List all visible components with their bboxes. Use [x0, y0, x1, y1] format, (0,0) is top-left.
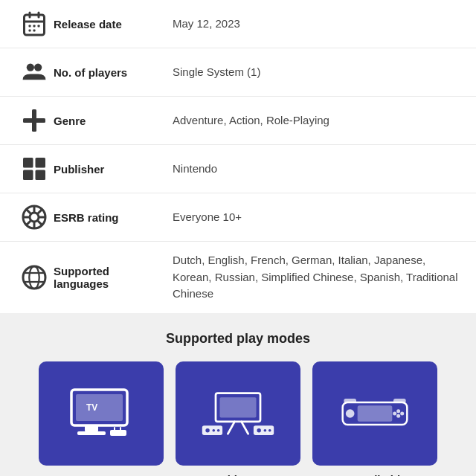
handheld-mode-label: Handheld — [350, 473, 400, 477]
languages-row: Supported languages Dutch, English, Fren… — [0, 242, 476, 313]
globe-icon — [15, 264, 54, 291]
svg-point-46 — [217, 428, 220, 431]
handheld-mode-card — [312, 361, 437, 466]
svg-rect-8 — [33, 30, 36, 32]
svg-rect-52 — [358, 405, 393, 422]
svg-point-48 — [257, 428, 260, 432]
svg-rect-58 — [344, 399, 356, 403]
svg-point-27 — [23, 266, 45, 289]
svg-point-54 — [396, 409, 400, 413]
publisher-label: Publisher — [54, 163, 173, 176]
publisher-value: Nintendo — [173, 161, 461, 178]
svg-line-23 — [26, 209, 30, 213]
svg-text:TV: TV — [86, 402, 97, 413]
svg-point-9 — [27, 63, 34, 71]
publisher-row: Publisher Nintendo — [0, 145, 476, 193]
svg-rect-36 — [114, 427, 115, 431]
svg-rect-16 — [36, 170, 46, 181]
svg-rect-6 — [38, 25, 40, 28]
tv-mode-card: TV — [39, 361, 164, 466]
svg-rect-7 — [29, 30, 31, 32]
genre-icon — [15, 107, 54, 134]
release-date-value: May 12, 2023 — [173, 16, 461, 33]
svg-rect-37 — [120, 427, 121, 431]
svg-point-45 — [212, 428, 215, 431]
players-icon — [15, 59, 54, 86]
release-date-label: Release date — [54, 18, 173, 30]
esrb-row: ESRB rating Everyone 10+ — [0, 193, 476, 242]
languages-label: Supported languages — [54, 265, 173, 290]
tv-mode-label: TV — [94, 473, 108, 477]
svg-rect-40 — [219, 397, 256, 417]
play-modes-section: Supported play modes TV — [0, 313, 476, 477]
svg-rect-15 — [23, 170, 33, 181]
svg-rect-4 — [29, 25, 31, 28]
publisher-icon — [15, 155, 54, 182]
svg-rect-5 — [33, 25, 36, 28]
genre-value: Adventure, Action, Role-Playing — [173, 112, 461, 129]
svg-rect-32 — [76, 394, 123, 421]
calendar-icon — [15, 10, 54, 37]
info-table: Release date May 12, 2023 No. of players… — [0, 0, 476, 313]
svg-point-44 — [205, 428, 209, 432]
svg-rect-34 — [77, 431, 106, 435]
esrb-value: Everyone 10+ — [173, 209, 461, 226]
svg-point-53 — [346, 409, 355, 418]
svg-rect-35 — [110, 430, 126, 436]
num-players-value: Single System (1) — [173, 64, 461, 81]
handheld-mode-item: Handheld — [312, 361, 437, 477]
tabletop-mode-card — [176, 361, 300, 466]
num-players-row: No. of players Single System (1) — [0, 48, 476, 97]
esrb-label: ESRB rating — [54, 211, 173, 224]
svg-line-42 — [242, 421, 248, 433]
svg-point-50 — [268, 428, 271, 431]
release-date-row: Release date May 12, 2023 — [0, 0, 476, 48]
svg-point-56 — [396, 414, 400, 417]
svg-point-28 — [29, 266, 39, 289]
languages-value: Dutch, English, French, German, Italian,… — [173, 252, 461, 303]
svg-line-24 — [37, 220, 42, 225]
svg-line-26 — [26, 220, 30, 225]
svg-point-49 — [264, 428, 267, 431]
svg-rect-59 — [393, 399, 406, 403]
svg-rect-12 — [23, 118, 45, 123]
esrb-icon — [15, 204, 54, 231]
tv-mode-item: TV TV — [39, 361, 164, 477]
svg-point-10 — [34, 63, 42, 71]
num-players-label: No. of players — [54, 66, 173, 79]
genre-label: Genre — [54, 115, 173, 127]
genre-row: Genre Adventure, Action, Role-Playing — [0, 97, 476, 145]
play-modes-grid: TV TV — [15, 361, 461, 477]
play-modes-title: Supported play modes — [15, 331, 461, 347]
svg-line-41 — [228, 421, 234, 433]
svg-point-55 — [400, 411, 404, 415]
svg-rect-33 — [85, 425, 98, 431]
svg-rect-13 — [23, 158, 33, 168]
svg-point-57 — [393, 411, 396, 415]
tabletop-mode-item: Tabletop — [176, 361, 300, 477]
tabletop-mode-label: Tabletop — [215, 473, 260, 477]
svg-line-25 — [37, 209, 42, 213]
svg-rect-14 — [36, 158, 46, 168]
